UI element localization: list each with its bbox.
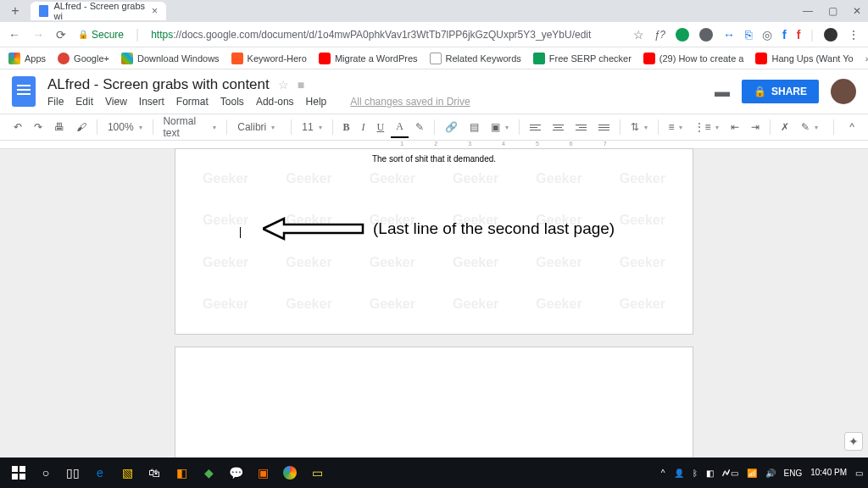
insert-image-button[interactable]: ▣ [486, 118, 514, 136]
bookmark-item[interactable]: Download Windows [121, 53, 220, 64]
menu-addons[interactable]: Add-ons [256, 96, 294, 108]
document-title[interactable]: ALfred - Screen grabs with content [47, 76, 270, 93]
extension-icon[interactable]: ◎ [762, 28, 772, 42]
tray-volume-icon[interactable]: 🔊 [765, 469, 776, 478]
share-button[interactable]: 🔒 SHARE [742, 80, 819, 103]
task-view-icon[interactable]: ▯▯ [59, 459, 86, 486]
explore-button[interactable]: ✦ [844, 432, 863, 451]
taskbar-app-edge[interactable]: e [86, 459, 114, 486]
extension-icon[interactable]: ƒ? [654, 29, 665, 41]
extension-icon[interactable]: ⎘ [745, 28, 752, 42]
back-button[interactable]: ← [8, 28, 20, 42]
underline-button[interactable]: U [372, 118, 390, 137]
tray-wifi-icon[interactable]: 📶 [747, 469, 757, 478]
taskbar-app[interactable]: 💬 [222, 459, 249, 486]
profile-avatar-icon[interactable] [824, 28, 837, 42]
tray-language[interactable]: ENG [784, 469, 803, 478]
document-page[interactable] [175, 347, 693, 458]
account-avatar[interactable] [831, 79, 856, 104]
indent-decrease-button[interactable]: ⇤ [726, 118, 744, 136]
tray-icon[interactable]: ◧ [706, 469, 714, 478]
font-size-select[interactable]: 11 [297, 118, 326, 136]
menu-view[interactable]: View [105, 96, 127, 108]
menu-help[interactable]: Help [306, 96, 327, 108]
docs-logo-icon[interactable] [12, 76, 36, 107]
numbered-list-button[interactable]: ≡ [663, 118, 687, 136]
action-center-icon[interactable]: ▭ [855, 469, 863, 478]
extension-icon[interactable]: ↔ [723, 28, 735, 42]
apps-shortcut[interactable]: Apps [8, 53, 46, 64]
menu-tools[interactable]: Tools [220, 96, 244, 108]
text-color-button[interactable]: A [391, 117, 409, 138]
bookmark-item[interactable]: Hang Ups (Want Yo [755, 53, 853, 64]
secure-badge[interactable]: 🔒 Secure [78, 29, 124, 41]
taskbar-app-explorer[interactable]: ▧ [114, 459, 141, 486]
window-minimize-icon[interactable]: — [803, 5, 813, 17]
tray-clock[interactable]: 10:40 PM [810, 468, 847, 478]
align-center-button[interactable] [548, 119, 569, 136]
bookmark-star-icon[interactable]: ☆ [633, 28, 644, 42]
collapse-toolbar-icon[interactable]: ^ [844, 118, 860, 136]
cortana-icon[interactable]: ○ [32, 459, 59, 486]
tray-up-icon[interactable]: ^ [661, 469, 665, 478]
taskbar-app[interactable]: ▭ [303, 459, 331, 486]
paragraph-style-select[interactable]: Normal text [158, 112, 221, 142]
extension-icon[interactable]: f [797, 28, 801, 42]
align-justify-button[interactable] [593, 119, 615, 136]
tray-bluetooth-icon[interactable]: ᛒ [693, 469, 698, 478]
bookmark-item[interactable]: Google+ [58, 53, 109, 64]
tray-battery-icon[interactable]: 🗲▭ [722, 469, 738, 478]
font-select[interactable]: Calibri [232, 118, 286, 136]
paint-format-button[interactable]: 🖌 [71, 118, 92, 136]
insert-comment-button[interactable]: ▤ [465, 118, 484, 136]
extension-icon[interactable]: f [782, 28, 787, 42]
menu-format[interactable]: Format [176, 96, 209, 108]
taskbar-app[interactable]: ◆ [195, 459, 222, 486]
align-left-button[interactable] [525, 119, 546, 136]
zoom-select[interactable]: 100% [103, 118, 147, 136]
menu-insert[interactable]: Insert [139, 96, 164, 108]
print-button[interactable]: 🖶 [49, 118, 70, 136]
insert-link-button[interactable]: 🔗 [440, 118, 463, 136]
italic-button[interactable]: I [357, 118, 370, 137]
indent-increase-button[interactable]: ⇥ [746, 118, 765, 136]
menu-edit[interactable]: Edit [75, 96, 93, 108]
document-canvas[interactable]: 1234567 GeekerGeekerGeekerGeekerGeekerGe… [0, 141, 868, 458]
window-close-icon[interactable]: ✕ [853, 5, 861, 17]
taskbar-app-store[interactable]: 🛍 [141, 459, 168, 486]
window-maximize-icon[interactable]: ▢ [828, 5, 837, 17]
tray-icon[interactable]: 👤 [674, 469, 684, 478]
editing-mode-button[interactable]: ✎ [796, 118, 823, 136]
folder-icon[interactable]: ■ [298, 78, 304, 92]
chrome-menu-icon[interactable]: ⋮ [848, 28, 860, 42]
extension-icon[interactable] [699, 28, 713, 42]
start-button[interactable] [5, 459, 32, 486]
bulleted-list-button[interactable]: ⋮≡ [689, 118, 724, 136]
document-text-line[interactable]: The sort of shit that it demanded. [175, 149, 693, 164]
bold-button[interactable]: B [338, 118, 355, 137]
taskbar-app[interactable]: ▣ [249, 459, 276, 486]
redo-button[interactable]: ↷ [29, 118, 47, 136]
document-page[interactable]: GeekerGeekerGeekerGeekerGeekerGeeker Gee… [175, 148, 693, 335]
menu-file[interactable]: File [47, 96, 64, 108]
bookmark-item[interactable]: Related Keywords [430, 53, 521, 64]
align-right-button[interactable] [570, 119, 592, 136]
new-tab-button[interactable]: + [7, 3, 24, 19]
reload-button[interactable]: ⟳ [56, 28, 66, 42]
extension-icon[interactable] [676, 28, 689, 42]
bookmark-item[interactable]: Free SERP checker [533, 53, 632, 64]
taskbar-app[interactable]: ◧ [168, 459, 195, 486]
close-tab-icon[interactable]: × [152, 5, 158, 17]
star-icon[interactable]: ☆ [278, 78, 289, 92]
bookmark-item[interactable]: (29) How to create a [643, 53, 744, 64]
browser-tab[interactable]: ALfred - Screen grabs wi × [31, 2, 166, 20]
taskbar-app-chrome[interactable] [276, 459, 303, 486]
clear-formatting-button[interactable]: ✗ [776, 118, 794, 136]
line-spacing-button[interactable]: ⇅ [626, 118, 653, 136]
highlight-button[interactable]: ✎ [410, 118, 429, 136]
forward-button[interactable]: → [32, 28, 44, 42]
bookmark-item[interactable]: Migrate a WordPres [319, 53, 418, 64]
comments-icon[interactable]: ▬ [715, 83, 730, 101]
undo-button[interactable]: ↶ [8, 118, 27, 136]
address-url[interactable]: https://docs.google.com/document/d/1o4mw… [151, 29, 591, 41]
